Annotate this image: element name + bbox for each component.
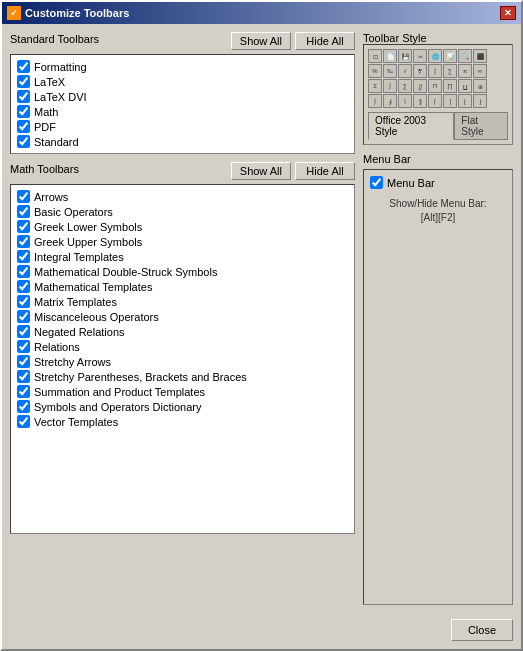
- flat-style-tab[interactable]: Flat Style: [454, 112, 508, 140]
- math-toolbar-checkbox-11[interactable]: [17, 355, 30, 368]
- tb-icon[interactable]: 📊: [443, 49, 457, 63]
- math-toolbar-item[interactable]: Greek Lower Symbols: [15, 219, 350, 234]
- tb-icon[interactable]: ⌈: [428, 94, 442, 108]
- math-toolbar-item[interactable]: Matrix Templates: [15, 294, 350, 309]
- standard-toolbar-item[interactable]: Formatting: [15, 59, 350, 74]
- math-toolbar-item[interactable]: Stretchy Parentheses, Brackets and Brace…: [15, 369, 350, 384]
- math-toolbar-checkbox-8[interactable]: [17, 310, 30, 323]
- toolbar-style-section: Toolbar Style ⊡ 📄 💾 ✂ 🌐 📊 🔍 ⬛ %: [363, 32, 513, 145]
- tb-icon[interactable]: ⌋: [473, 94, 487, 108]
- close-button[interactable]: Close: [451, 619, 513, 641]
- math-toolbar-item[interactable]: Miscanceleous Operators: [15, 309, 350, 324]
- math-toolbar-checkbox-15[interactable]: [17, 415, 30, 428]
- math-toolbar-item[interactable]: Vector Templates: [15, 414, 350, 429]
- math-toolbar-checkbox-4[interactable]: [17, 250, 30, 263]
- math-hide-all-button[interactable]: Hide All: [295, 162, 355, 180]
- math-toolbar-label-14: Symbols and Operators Dictionary: [34, 401, 202, 413]
- math-toolbar-item[interactable]: Mathematical Templates: [15, 279, 350, 294]
- math-toolbar-checkbox-14[interactable]: [17, 400, 30, 413]
- standard-toolbar-label-2: LaTeX DVI: [34, 91, 87, 103]
- tb-icon[interactable]: ∞: [473, 64, 487, 78]
- math-toolbar-item[interactable]: Stretchy Arrows: [15, 354, 350, 369]
- math-toolbar-checkbox-3[interactable]: [17, 235, 30, 248]
- math-toolbar-label-12: Stretchy Parentheses, Brackets and Brace…: [34, 371, 247, 383]
- math-toolbar-checkbox-5[interactable]: [17, 265, 30, 278]
- standard-toolbar-label-5: Standard: [34, 136, 79, 148]
- math-show-all-button[interactable]: Show All: [231, 162, 291, 180]
- standard-toolbar-item[interactable]: LaTeX: [15, 74, 350, 89]
- standard-toolbars-label: Standard Toolbars: [10, 33, 99, 45]
- tb-icon[interactable]: ∫: [368, 94, 382, 108]
- math-toolbar-label-9: Negated Relations: [34, 326, 125, 338]
- standard-toolbar-item[interactable]: Standard: [15, 134, 350, 149]
- tb-icon[interactable]: ‖: [413, 94, 427, 108]
- app-icon: ✓: [7, 6, 21, 20]
- math-toolbar-checkbox-6[interactable]: [17, 280, 30, 293]
- office-2003-style-tab[interactable]: Office 2003 Style: [368, 112, 454, 140]
- standard-toolbar-item[interactable]: LaTeX DVI: [15, 89, 350, 104]
- standard-toolbar-checkbox-1[interactable]: [17, 75, 30, 88]
- tb-icon[interactable]: ⌉: [443, 94, 457, 108]
- math-toolbar-item[interactable]: Symbols and Operators Dictionary: [15, 399, 350, 414]
- math-toolbar-label-15: Vector Templates: [34, 416, 118, 428]
- tb-icon[interactable]: Σ: [368, 79, 382, 93]
- math-toolbar-label-13: Summation and Product Templates: [34, 386, 205, 398]
- tb-icon[interactable]: ⊡: [368, 49, 382, 63]
- standard-toolbars-section: Standard Toolbars Show All Hide All Form…: [10, 32, 355, 154]
- tb-icon[interactable]: ∏: [443, 79, 457, 93]
- math-toolbar-checkbox-10[interactable]: [17, 340, 30, 353]
- tb-icon[interactable]: ∮: [383, 94, 397, 108]
- math-toolbar-item[interactable]: Negated Relations: [15, 324, 350, 339]
- left-panel: Standard Toolbars Show All Hide All Form…: [10, 32, 355, 641]
- menubar-checkbox[interactable]: [370, 176, 383, 189]
- tb-icon[interactable]: |: [398, 94, 412, 108]
- math-toolbar-checkbox-9[interactable]: [17, 325, 30, 338]
- window-close-button[interactable]: ✕: [500, 6, 516, 20]
- math-toolbar-item[interactable]: Relations: [15, 339, 350, 354]
- math-toolbar-item[interactable]: Greek Upper Symbols: [15, 234, 350, 249]
- math-toolbar-checkbox-2[interactable]: [17, 220, 30, 233]
- standard-toolbar-item[interactable]: PDF: [15, 119, 350, 134]
- math-toolbar-checkbox-12[interactable]: [17, 370, 30, 383]
- math-toolbar-checkbox-7[interactable]: [17, 295, 30, 308]
- tb-icon[interactable]: ⊕: [473, 79, 487, 93]
- math-toolbar-checkbox-1[interactable]: [17, 205, 30, 218]
- tb-icon[interactable]: ⌊: [458, 94, 472, 108]
- tb-icon[interactable]: %: [368, 64, 382, 78]
- math-toolbar-item[interactable]: Basic Operators: [15, 204, 350, 219]
- tb-icon[interactable]: ∫: [383, 79, 397, 93]
- tb-icon[interactable]: ✂: [413, 49, 427, 63]
- tb-icon[interactable]: 📄: [383, 49, 397, 63]
- standard-toolbar-checkbox-0[interactable]: [17, 60, 30, 73]
- tb-icon[interactable]: ∐: [458, 79, 472, 93]
- standard-toolbar-checkbox-4[interactable]: [17, 120, 30, 133]
- tb-icon[interactable]: ∛: [413, 64, 427, 78]
- tb-icon[interactable]: ∬: [413, 79, 427, 93]
- tb-icon[interactable]: ∑: [398, 79, 412, 93]
- math-toolbar-item[interactable]: Arrows: [15, 189, 350, 204]
- tb-icon[interactable]: 💾: [398, 49, 412, 63]
- tb-icon[interactable]: π: [458, 64, 472, 78]
- tb-icon[interactable]: 🌐: [428, 49, 442, 63]
- tb-icon[interactable]: √: [398, 64, 412, 78]
- standard-toolbar-item[interactable]: Math: [15, 104, 350, 119]
- tb-icon[interactable]: ‰: [383, 64, 397, 78]
- math-toolbar-checkbox-0[interactable]: [17, 190, 30, 203]
- tb-icon[interactable]: ∫: [428, 64, 442, 78]
- toolbar-icon-row-1: ⊡ 📄 💾 ✂ 🌐 📊 🔍 ⬛: [368, 49, 508, 63]
- standard-hide-all-button[interactable]: Hide All: [295, 32, 355, 50]
- math-toolbar-item[interactable]: Integral Templates: [15, 249, 350, 264]
- standard-toolbar-checkbox-5[interactable]: [17, 135, 30, 148]
- tb-icon[interactable]: Π: [428, 79, 442, 93]
- math-toolbar-item[interactable]: Mathematical Double-Struck Symbols: [15, 264, 350, 279]
- math-toolbar-label-0: Arrows: [34, 191, 68, 203]
- standard-show-all-button[interactable]: Show All: [231, 32, 291, 50]
- toolbar-style-box: ⊡ 📄 💾 ✂ 🌐 📊 🔍 ⬛ % ‰ √ ∛ ∫: [363, 44, 513, 145]
- tb-icon[interactable]: ∑: [443, 64, 457, 78]
- math-toolbar-checkbox-13[interactable]: [17, 385, 30, 398]
- math-toolbar-item[interactable]: Summation and Product Templates: [15, 384, 350, 399]
- standard-toolbar-checkbox-2[interactable]: [17, 90, 30, 103]
- tb-icon[interactable]: ⬛: [473, 49, 487, 63]
- tb-icon[interactable]: 🔍: [458, 49, 472, 63]
- standard-toolbar-checkbox-3[interactable]: [17, 105, 30, 118]
